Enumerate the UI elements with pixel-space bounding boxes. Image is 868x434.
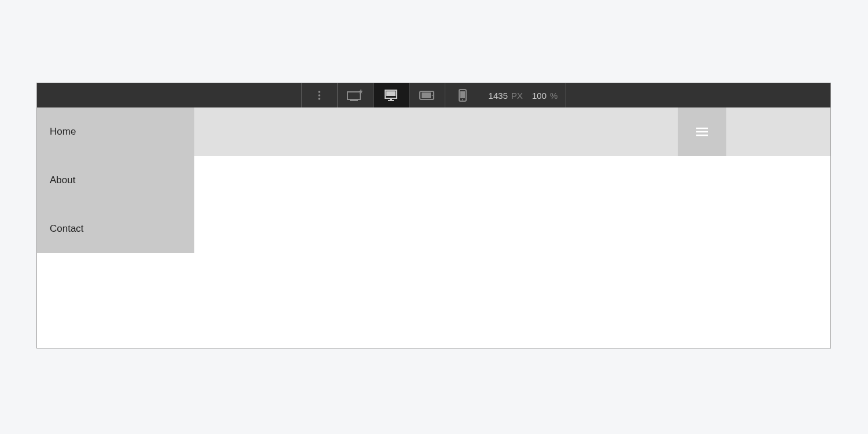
nav-item-label: Home <box>50 126 76 138</box>
svg-point-12 <box>432 95 433 96</box>
preview-frame: 1435 PX 100 % Home About <box>36 83 831 348</box>
desktop-icon <box>383 88 398 102</box>
nav-item-label: Contact <box>50 223 84 235</box>
viewport-width-unit: PX <box>511 91 523 101</box>
toolbar-group: 1435 PX 100 % <box>301 83 567 107</box>
viewport-width-value: 1435 <box>489 91 508 101</box>
svg-point-15 <box>462 99 463 101</box>
svg-rect-11 <box>422 92 431 98</box>
svg-rect-14 <box>460 91 465 98</box>
viewport-info: 1435 PX 100 % <box>481 83 567 107</box>
nav-item-contact[interactable]: Contact <box>37 205 194 253</box>
svg-rect-8 <box>390 98 392 100</box>
more-vertical-icon <box>313 90 325 101</box>
nav-item-home[interactable]: Home <box>37 107 194 156</box>
svg-rect-7 <box>386 91 396 96</box>
phone-icon <box>457 88 468 102</box>
svg-point-2 <box>318 98 320 99</box>
tv-icon <box>346 88 364 102</box>
more-options-button[interactable] <box>301 83 337 107</box>
device-desktop-button[interactable] <box>373 83 409 107</box>
menu-toggle-button[interactable] <box>678 107 726 156</box>
preview-content: Home About Contact <box>37 107 830 348</box>
svg-rect-3 <box>348 92 360 99</box>
svg-point-0 <box>318 91 320 92</box>
device-tablet-button[interactable] <box>409 83 445 107</box>
svg-point-1 <box>318 94 320 96</box>
device-tv-button[interactable] <box>337 83 373 107</box>
hamburger-icon <box>696 127 708 136</box>
sidebar-nav: Home About Contact <box>37 107 194 253</box>
preview-toolbar: 1435 PX 100 % <box>37 83 830 107</box>
device-phone-button[interactable] <box>445 83 481 107</box>
zoom-value: 100 <box>532 91 546 101</box>
zoom-unit: % <box>550 91 557 101</box>
nav-item-label: About <box>50 175 75 186</box>
tablet-icon <box>419 90 435 101</box>
nav-item-about[interactable]: About <box>37 156 194 205</box>
